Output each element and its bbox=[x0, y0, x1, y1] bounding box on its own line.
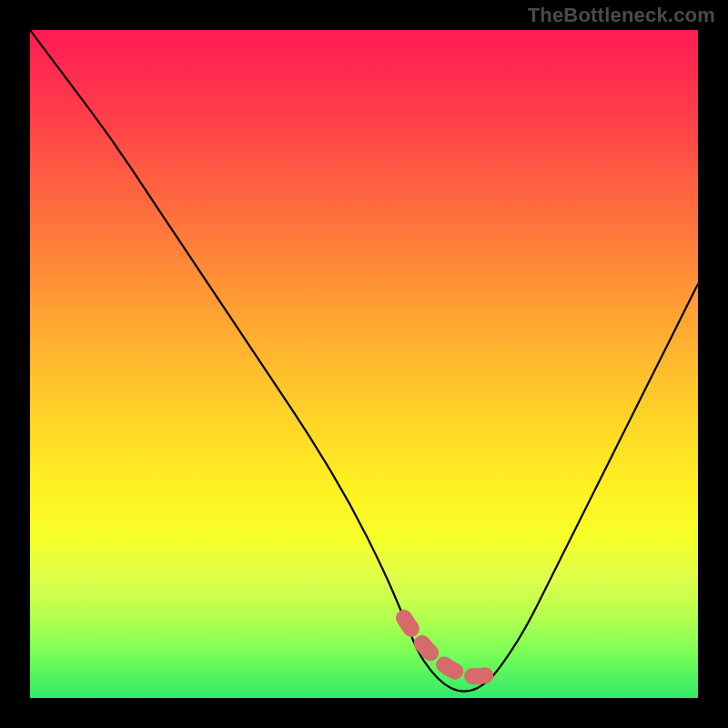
flat-zone-marker bbox=[404, 618, 498, 676]
bottleneck-curve bbox=[30, 30, 698, 692]
watermark-text: TheBottleneck.com bbox=[528, 4, 715, 27]
plot-area bbox=[30, 30, 698, 698]
chart-frame: TheBottleneck.com bbox=[0, 0, 728, 728]
curve-layer bbox=[30, 30, 698, 698]
